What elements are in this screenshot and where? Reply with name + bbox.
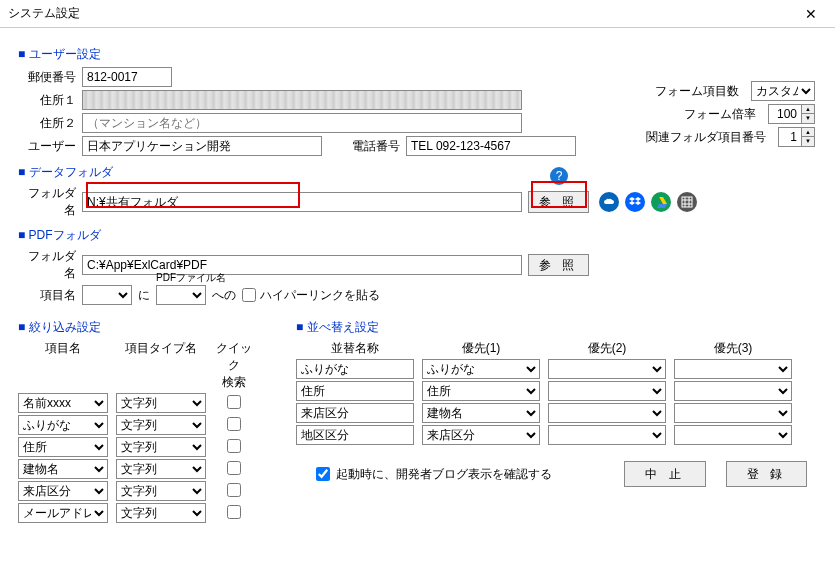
sort-name-input[interactable]	[296, 425, 414, 445]
addr1-input[interactable]	[82, 90, 522, 110]
sort-col-p3: 優先(3)	[674, 340, 792, 357]
related-folder-label: 関連フォルダ項目番号	[646, 129, 772, 146]
filter-type-select[interactable]: 文字列	[116, 503, 206, 523]
onedrive-icon[interactable]	[599, 192, 619, 212]
filter-col-item: 項目名	[18, 340, 108, 391]
related-folder-input[interactable]	[778, 127, 802, 147]
form-scale-spinner[interactable]: ▲▼	[802, 104, 815, 124]
sort-p2-select[interactable]	[548, 359, 666, 379]
sort-name-input[interactable]	[296, 381, 414, 401]
pdf-folder-browse-button[interactable]: 参 照	[528, 254, 589, 276]
sort-p3-select[interactable]	[674, 403, 792, 423]
sort-header: 並べ替え設定	[296, 319, 817, 336]
register-button[interactable]: 登 録	[726, 461, 807, 487]
hyperlink-checkbox[interactable]	[242, 288, 256, 302]
sort-p2-select[interactable]	[548, 403, 666, 423]
help-icon[interactable]: ?	[550, 167, 568, 185]
addr1-label: 住所１	[18, 92, 82, 109]
filter-type-select[interactable]: 文字列	[116, 437, 206, 457]
user-section-header: ユーザー設定	[18, 46, 817, 63]
pdf-file-label: PDFファイル名	[156, 271, 226, 285]
window-title: システム設定	[8, 5, 80, 22]
sort-p2-select[interactable]	[548, 425, 666, 445]
sort-p1-select[interactable]: 建物名	[422, 403, 540, 423]
form-items-select[interactable]: カスタム	[751, 81, 815, 101]
filter-item-select[interactable]: 建物名	[18, 459, 108, 479]
filter-item-select[interactable]: ふりがな	[18, 415, 108, 435]
sort-name-input[interactable]	[296, 359, 414, 379]
tel-label: 電話番号	[342, 138, 406, 155]
sort-p3-select[interactable]	[674, 381, 792, 401]
form-scale-input[interactable]	[768, 104, 802, 124]
nas-icon[interactable]	[677, 192, 697, 212]
filter-item-select[interactable]: 来店区分	[18, 481, 108, 501]
sort-col-p2: 優先(2)	[548, 340, 666, 357]
filter-quick-checkbox[interactable]	[227, 417, 241, 431]
pdf-folder-input[interactable]	[82, 255, 522, 275]
addr2-input[interactable]	[82, 113, 522, 133]
hyperlink-label: ハイパーリンクを貼る	[256, 287, 380, 304]
filter-type-select[interactable]: 文字列	[116, 459, 206, 479]
startup-checkbox[interactable]	[316, 467, 330, 481]
close-icon[interactable]: ✕	[795, 4, 827, 24]
filter-type-select[interactable]: 文字列	[116, 393, 206, 413]
sort-col-name: 並替名称	[296, 340, 414, 357]
titlebar: システム設定 ✕	[0, 0, 835, 28]
filter-quick-checkbox[interactable]	[227, 439, 241, 453]
postal-input[interactable]	[82, 67, 172, 87]
sort-name-input[interactable]	[296, 403, 414, 423]
filter-quick-checkbox[interactable]	[227, 395, 241, 409]
sort-p1-select[interactable]: ふりがな	[422, 359, 540, 379]
svg-rect-0	[682, 197, 692, 207]
user-label: ユーザー	[18, 138, 82, 155]
filter-item-select[interactable]: 住所	[18, 437, 108, 457]
filter-quick-checkbox[interactable]	[227, 483, 241, 497]
filter-col-quick2: 検索	[214, 374, 254, 391]
filter-type-select[interactable]: 文字列	[116, 481, 206, 501]
sort-col-p1: 優先(1)	[422, 340, 540, 357]
data-folder-header: データフォルダ	[18, 164, 817, 181]
pdf-item-select[interactable]	[82, 285, 132, 305]
data-folder-input[interactable]	[82, 192, 522, 212]
form-scale-label: フォーム倍率	[684, 106, 762, 123]
pdf-item-label: 項目名	[18, 287, 82, 304]
pdf-folder-header: PDFフォルダ	[18, 227, 817, 244]
addr2-label: 住所２	[18, 115, 82, 132]
related-folder-spinner[interactable]: ▲▼	[802, 127, 815, 147]
sort-p1-select[interactable]: 住所	[422, 381, 540, 401]
pdf-file-select[interactable]	[156, 285, 206, 305]
filter-col-type: 項目タイプ名	[116, 340, 206, 391]
pdf-heno-label: への	[206, 287, 242, 304]
postal-label: 郵便番号	[18, 69, 82, 86]
form-options: フォーム項目数 カスタム フォーム倍率 ▲▼ 関連フォルダ項目番号 ▲▼	[646, 78, 815, 150]
filter-col-quick1: クイック	[214, 340, 254, 374]
sort-p1-select[interactable]: 来店区分	[422, 425, 540, 445]
data-folder-browse-button[interactable]: 参 照	[528, 191, 589, 213]
sort-p3-select[interactable]	[674, 425, 792, 445]
sort-p3-select[interactable]	[674, 359, 792, 379]
filter-quick-checkbox[interactable]	[227, 461, 241, 475]
cloud-icons	[599, 192, 697, 212]
filter-quick-checkbox[interactable]	[227, 505, 241, 519]
gdrive-icon[interactable]	[651, 192, 671, 212]
startup-label: 起動時に、開発者ブログ表示を確認する	[336, 466, 552, 483]
form-items-label: フォーム項目数	[655, 83, 745, 100]
dropbox-icon[interactable]	[625, 192, 645, 212]
pdf-ni-label: に	[132, 287, 156, 304]
filter-item-select[interactable]: メールアドレ	[18, 503, 108, 523]
user-input[interactable]	[82, 136, 322, 156]
data-folder-name-label: フォルダ名	[18, 185, 82, 219]
filter-type-select[interactable]: 文字列	[116, 415, 206, 435]
filter-header: 絞り込み設定	[18, 319, 268, 336]
cancel-button[interactable]: 中 止	[624, 461, 705, 487]
sort-p2-select[interactable]	[548, 381, 666, 401]
filter-item-select[interactable]: 名前xxxx	[18, 393, 108, 413]
pdf-folder-name-label: フォルダ名	[18, 248, 82, 282]
tel-input[interactable]	[406, 136, 576, 156]
